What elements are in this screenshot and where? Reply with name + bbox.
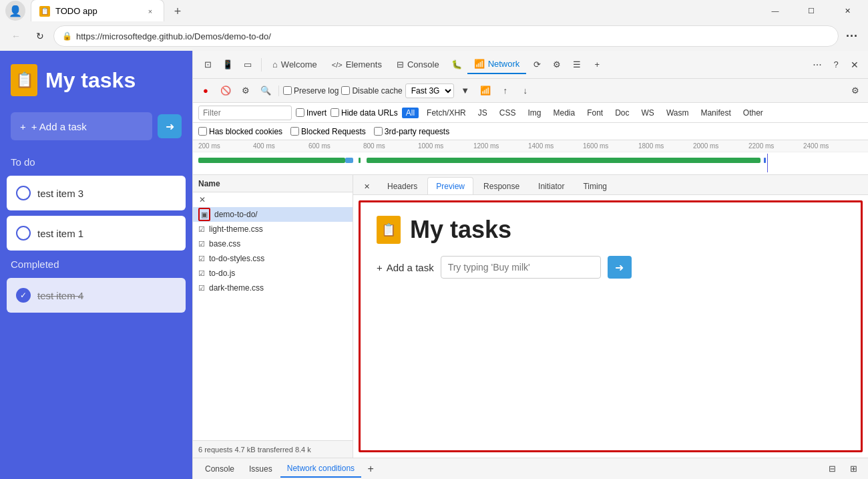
task-checkbox-3[interactable] (16, 186, 31, 200)
dock-side-button[interactable]: ⊟ (823, 460, 841, 478)
blocked-cookies-checkbox[interactable] (198, 127, 207, 136)
preview-add-submit[interactable]: ➜ (608, 256, 632, 279)
debugger-button[interactable]: 🐛 (447, 55, 466, 74)
tab-timing[interactable]: Timing (574, 177, 616, 194)
invert-checkbox[interactable] (296, 108, 304, 117)
invert-checkbox-group: Invert (296, 108, 327, 118)
detail-close-button[interactable]: ✕ (197, 194, 208, 205)
file-item-dark-theme[interactable]: ☑ dark-theme.css (193, 281, 353, 295)
download-icon[interactable]: ↓ (517, 82, 534, 100)
clear-button[interactable]: 🚫 (217, 82, 234, 100)
drawer-button[interactable]: ▭ (238, 55, 257, 74)
home-icon: ⌂ (272, 59, 278, 69)
preview-frame: 📋 My tasks + Add a task ➜ (359, 200, 863, 452)
tab-headers[interactable]: Headers (379, 177, 426, 194)
sources-icon[interactable]: ☰ (568, 55, 586, 74)
undock-button[interactable]: ⊞ (844, 460, 863, 478)
third-party-checkbox[interactable] (374, 127, 383, 136)
tick-2200: 2200 ms (748, 142, 774, 150)
filter-toggle-button[interactable]: ⚙ (237, 82, 254, 100)
file-item-light-theme[interactable]: ☑ light-theme.css (193, 222, 353, 236)
task-item-test4[interactable]: ✓ test item 4 (7, 278, 186, 313)
search-button[interactable]: 🔍 (257, 82, 274, 100)
task-text-4: test item 4 (37, 290, 83, 301)
url-bar[interactable]: 🔒 https://microsoftedge.github.io/Demos/… (53, 25, 839, 47)
filter-type-font[interactable]: Font (583, 108, 607, 118)
filter-type-media[interactable]: Media (549, 108, 579, 118)
hide-data-urls-checkbox[interactable] (331, 108, 339, 117)
more-button[interactable]: ··· (841, 25, 863, 47)
inspect-element-button[interactable]: ⊡ (198, 55, 217, 74)
url-text: https://microsoftedge.github.io/Demos/de… (76, 31, 271, 41)
bottom-tab-issues[interactable]: Issues (242, 460, 279, 478)
file-name-demo: demo-to-do/ (214, 210, 258, 219)
filter-type-ws[interactable]: WS (638, 108, 658, 118)
filter-type-manifest[interactable]: Manifest (696, 108, 734, 118)
console-icon: ⊟ (397, 59, 404, 69)
preview-add-input[interactable] (441, 256, 601, 279)
refresh-button[interactable]: ↻ (29, 25, 51, 47)
devtools-close-button[interactable]: ✕ (847, 57, 863, 73)
filter-type-img[interactable]: Img (523, 108, 545, 118)
record-button[interactable]: ● (197, 82, 214, 100)
filter-type-doc[interactable]: Doc (611, 108, 633, 118)
upload-icon[interactable]: ↑ (497, 82, 514, 100)
dock-button[interactable]: + (588, 55, 606, 74)
bottom-tab-console[interactable]: Console (198, 460, 241, 478)
new-tab-button[interactable]: + (167, 1, 188, 22)
back-button[interactable]: ← (5, 25, 27, 47)
maximize-button[interactable]: ☐ (796, 0, 827, 21)
tab-network[interactable]: 📶 Network (467, 55, 527, 74)
network-settings-button[interactable]: ⚙ (847, 82, 864, 100)
browser-tab-active[interactable]: 📋 TODO app × (31, 0, 164, 22)
filter-type-wasm[interactable]: Wasm (662, 108, 693, 118)
filter-type-all[interactable]: All (402, 108, 419, 118)
filter-input[interactable] (198, 106, 292, 120)
settings-icon[interactable]: ⚙ (548, 55, 566, 74)
task-checkbox-4[interactable]: ✓ (16, 288, 31, 303)
file-item-todo-js[interactable]: ☑ to-do.js (193, 266, 353, 281)
task-checkbox-1[interactable] (16, 226, 31, 241)
close-window-button[interactable]: ✕ (832, 0, 863, 21)
blocked-requests-checkbox[interactable] (290, 127, 299, 136)
tab-initiator[interactable]: Initiator (529, 177, 573, 194)
devtools-help-button[interactable]: ? (827, 55, 845, 74)
tab-welcome[interactable]: ⌂ Welcome (266, 55, 324, 74)
filter-type-other[interactable]: Other (739, 108, 767, 118)
file-item-todo-styles[interactable]: ☑ to-do-styles.css (193, 251, 353, 266)
tab-elements[interactable]: </> Elements (325, 55, 389, 74)
minimize-button[interactable]: — (760, 0, 791, 21)
tab-close-button[interactable]: × (145, 6, 156, 17)
tab-console[interactable]: ⊟ Console (390, 55, 446, 74)
bottom-tab-network-conditions[interactable]: Network conditions (280, 460, 361, 478)
task-item-test1[interactable]: test item 1 (7, 216, 186, 251)
filter-type-js[interactable]: JS (474, 108, 491, 118)
file-item-selected-indicator: ▣ (198, 208, 210, 221)
add-task-button[interactable]: + + Add a task (11, 112, 152, 140)
invert-label: Invert (306, 108, 327, 118)
throttle-select[interactable]: Fast 3G (405, 84, 454, 98)
device-emulation-button[interactable]: 📱 (218, 55, 237, 74)
network-conditions-button[interactable]: 📶 (477, 82, 494, 100)
task-text-1: test item 1 (37, 228, 83, 239)
preview-close-button[interactable]: ✕ (359, 178, 375, 194)
task-item-test3[interactable]: test item 3 (7, 176, 186, 210)
bottom-add-tab-button[interactable]: + (363, 461, 379, 477)
devtools-more-button[interactable]: ··· (809, 57, 825, 73)
file-item-base[interactable]: ☑ base.css (193, 236, 353, 251)
preserve-log-checkbox[interactable] (283, 86, 292, 95)
performance-icon[interactable]: ⟳ (527, 55, 546, 74)
throttle-dropdown-icon[interactable]: ▼ (457, 82, 474, 100)
tab-response[interactable]: Response (475, 177, 528, 194)
tick-1200: 1200 ms (473, 142, 499, 150)
add-task-submit-button[interactable]: ➜ (158, 114, 182, 138)
completed-section-label: Completed (0, 253, 192, 275)
file-item-demo[interactable]: ▣ demo-to-do/ (193, 207, 353, 222)
profile-avatar[interactable]: 👤 (5, 1, 25, 21)
footer-stats: 6 requests 4.7 kB transferred 8.4 k (198, 446, 311, 454)
disable-cache-checkbox[interactable] (341, 86, 350, 95)
tab-preview[interactable]: Preview (427, 177, 473, 194)
filter-type-css[interactable]: CSS (495, 108, 520, 118)
filter-type-fetch[interactable]: Fetch/XHR (423, 108, 470, 118)
tab-title: TODO app (55, 6, 140, 16)
